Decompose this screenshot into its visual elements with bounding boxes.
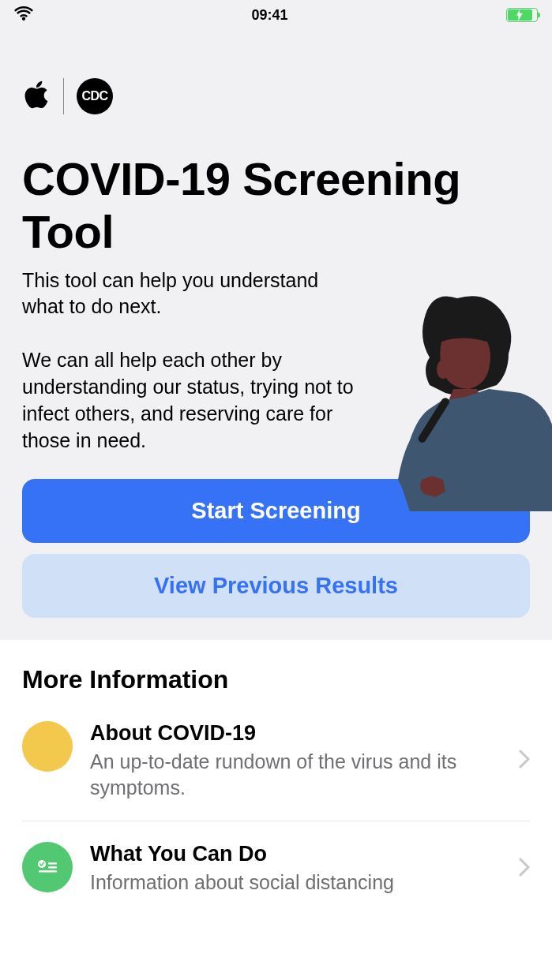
status-bar: 09:41 xyxy=(0,0,552,30)
person-phone-illustration xyxy=(386,282,552,511)
status-right xyxy=(506,8,538,22)
logo-row: CDC xyxy=(22,77,530,115)
info-item-what-you-can-do[interactable]: What You Can Do Information about social… xyxy=(22,842,530,896)
info-item-description: Information about social distancing xyxy=(90,870,501,896)
page-title: COVID-19 Screening Tool xyxy=(22,153,530,258)
chevron-right-icon xyxy=(519,750,530,772)
view-previous-results-button[interactable]: View Previous Results xyxy=(22,554,530,618)
info-item-title: About COVID-19 xyxy=(90,721,501,746)
description: We can all help each other by understand… xyxy=(22,347,354,454)
svg-point-2 xyxy=(38,860,46,868)
apple-logo-icon xyxy=(22,77,51,115)
svg-point-0 xyxy=(437,360,449,379)
subtitle: This tool can help you understand what t… xyxy=(22,267,354,319)
info-item-title: What You Can Do xyxy=(90,842,501,866)
checklist-icon xyxy=(22,842,73,892)
cdc-logo-icon: CDC xyxy=(77,78,113,114)
hero-section: CDC COVID-19 Screening Tool This tool ca… xyxy=(0,30,552,640)
logo-divider xyxy=(63,78,64,114)
svg-rect-4 xyxy=(48,866,57,869)
wifi-icon xyxy=(14,6,33,24)
more-info-section: More Information About COVID-19 An up-to… xyxy=(0,640,552,921)
virus-icon xyxy=(22,721,73,772)
info-content: About COVID-19 An up-to-date rundown of … xyxy=(90,721,501,800)
section-title: More Information xyxy=(22,665,530,694)
info-content: What You Can Do Information about social… xyxy=(90,842,501,896)
status-left xyxy=(14,6,33,24)
svg-rect-3 xyxy=(48,862,57,865)
status-time: 09:41 xyxy=(251,7,287,24)
info-item-about-covid[interactable]: About COVID-19 An up-to-date rundown of … xyxy=(22,721,530,821)
svg-rect-5 xyxy=(39,870,57,873)
chevron-right-icon xyxy=(519,858,530,880)
battery-icon xyxy=(506,8,538,22)
info-item-description: An up-to-date rundown of the virus and i… xyxy=(90,749,501,800)
